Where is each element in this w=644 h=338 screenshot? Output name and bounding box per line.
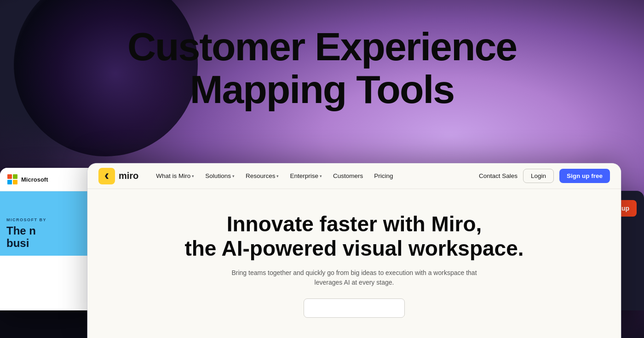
miro-logo-icon — [98, 168, 115, 184]
chevron-down-icon: ▾ — [276, 174, 279, 178]
microsoft-label: Microsoft — [21, 176, 48, 183]
nav-pricing[interactable]: Pricing — [369, 170, 397, 182]
chevron-down-icon: ▾ — [320, 174, 322, 178]
contact-sales-link[interactable]: Contact Sales — [479, 172, 518, 179]
ms-by-label: MICROSOFT BY — [6, 218, 90, 222]
ms-logo-yellow — [13, 180, 17, 184]
nav-right: Contact Sales Login Sign up free — [479, 169, 610, 183]
email-input-placeholder — [304, 298, 405, 318]
nav-enterprise[interactable]: Enterprise ▾ — [285, 170, 327, 182]
signup-free-button[interactable]: Sign up free — [559, 169, 610, 183]
nav-customers[interactable]: Customers — [328, 170, 368, 182]
miro-hero-subtitle: Bring teams together and quickly go from… — [221, 268, 488, 287]
miro-icon-svg — [102, 172, 111, 181]
miro-cta-area — [115, 298, 593, 318]
miro-logo[interactable]: miro — [98, 168, 138, 184]
login-button[interactable]: Login — [523, 169, 554, 183]
ms-logo-green — [13, 174, 17, 179]
miro-hero-title: Innovate faster with Miro, the AI-powere… — [115, 212, 593, 261]
nav-solutions[interactable]: Solutions ▾ — [201, 170, 239, 182]
ms-logo-blue — [7, 180, 12, 184]
microsoft-card: Microsoft MICROSOFT BY The n busi — [0, 168, 97, 310]
microsoft-header: Microsoft — [0, 168, 97, 191]
ms-logo-red — [7, 174, 12, 179]
miro-navbar: miro What is Miro ▾ Solutions ▾ Resource… — [87, 163, 621, 189]
miro-wordmark: miro — [119, 171, 138, 181]
chevron-down-icon: ▾ — [232, 174, 235, 178]
nav-resources[interactable]: Resources ▾ — [241, 170, 284, 182]
chevron-down-icon: ▾ — [192, 174, 194, 178]
miro-browser-window: miro What is Miro ▾ Solutions ▾ Resource… — [87, 163, 621, 338]
nav-links: What is Miro ▾ Solutions ▾ Resources ▾ E… — [151, 170, 479, 182]
nav-what-is-miro[interactable]: What is Miro ▾ — [151, 170, 199, 182]
main-heading: Customer Experience Mapping Tools — [0, 25, 644, 111]
microsoft-card-body: MICROSOFT BY The n busi — [0, 191, 97, 256]
ms-card-title: The n busi — [6, 225, 90, 249]
heading-line1: Customer Experience Mapping Tools — [0, 25, 644, 111]
miro-hero-content: Innovate faster with Miro, the AI-powere… — [87, 189, 621, 332]
microsoft-logo — [7, 174, 17, 184]
